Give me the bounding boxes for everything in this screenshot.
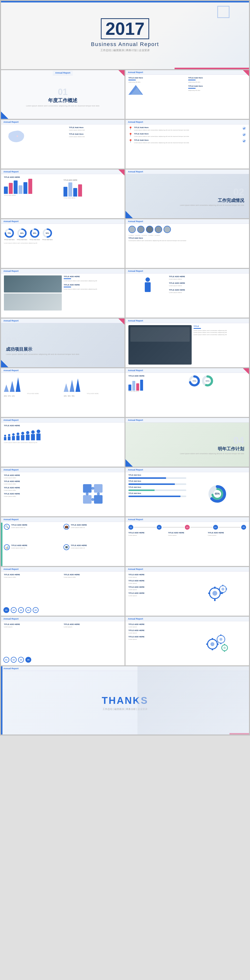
- slide-header: Annual Report: [125, 617, 249, 621]
- accent-line2: [188, 80, 196, 80]
- tri-stat-2: 57%: [8, 395, 11, 397]
- search-icon-4: 💻: [64, 544, 69, 550]
- search-icon-1: 🔍: [4, 524, 10, 530]
- dark-title: TITLE: [194, 325, 246, 327]
- bd-bar-4: [140, 380, 143, 391]
- pin-icon-3: 📍: [128, 139, 133, 143]
- ph-5: [21, 432, 24, 435]
- nav-desc-1: Lorem ipsum dolor: [4, 576, 62, 578]
- pb-4: [16, 436, 19, 440]
- gear-title-1: TITLE ADD HERE: [128, 574, 186, 576]
- checkmark-3: [242, 139, 246, 143]
- pb-2: [8, 436, 11, 440]
- nav2-dot-1[interactable]: 01: [3, 657, 9, 663]
- donut-desc: Lorem ipsum dolore sent consectetur adip…: [4, 242, 122, 244]
- svg-text:55%: 55%: [206, 380, 210, 382]
- cs-title-1: TITLE Add Here: [128, 474, 186, 476]
- pb-1: [4, 437, 6, 440]
- bar2-2: [68, 182, 72, 197]
- body3: adipiscing elit dolo: [188, 89, 246, 91]
- slide-nav-circles: Annual Report TITLE ADD HERE Lorem ipsum…: [1, 567, 125, 616]
- slide-bar-chart: Annual Report TITLE ADD HERE TITLE ADD H…: [1, 170, 125, 218]
- nc2-desc-2: Lorem ipsum: [64, 626, 122, 628]
- nav2-dot-4[interactable]: 05: [26, 657, 31, 663]
- section-03-slide: Annual Report 03 成功项目展示 Lorem ipsum dolo…: [1, 318, 125, 367]
- nc2-content: TITLE ADD HERE Lorem ipsum TITLE ADD HER…: [4, 623, 122, 628]
- nav2-dot-3[interactable]: 04: [18, 657, 24, 663]
- photo-circle-4: [155, 226, 162, 233]
- nav-dot-2[interactable]: 02: [11, 607, 17, 613]
- loc-label-3: Location: [141, 234, 147, 236]
- bar-title: TITLE ADD HERE: [4, 176, 122, 178]
- pb-8: [36, 433, 40, 440]
- person-title-2: TITLE ADD HERE: [169, 282, 246, 284]
- check-desc-2: Lorem ipsum dolore sent consectetur adip…: [134, 135, 189, 137]
- pb-3: [12, 436, 15, 440]
- section-04-content: 04 明年工作计划 Lorem ipsum dolore sent consec…: [180, 435, 244, 455]
- bar-donut-left: TITLE ADD HERE TITLE Add Here: [128, 375, 186, 414]
- person-desc-3: Lorem ipsum dolore: [169, 291, 246, 293]
- corner-tr-15: [243, 368, 249, 374]
- slide-gear-chart: Annual Report TITLE ADD HERE Lorem ipsum…: [125, 567, 249, 616]
- nav-dot-5[interactable]: 05: [33, 607, 38, 613]
- photo-body-1: Lorem ipsum dolore sent consectetur adip…: [64, 280, 122, 282]
- section-number: 01: [58, 87, 67, 97]
- gear-title-4: TITLE ADD HERE: [128, 592, 186, 594]
- donut-label-3: TITLE Add Here: [29, 239, 40, 240]
- gears-svg: [206, 582, 228, 604]
- slide-header: Annual Report: [53, 71, 73, 75]
- bar-4: [19, 185, 22, 194]
- corner-tr2: [119, 170, 125, 176]
- gear-title-2: TITLE ADD HERE: [128, 580, 186, 582]
- svg-rect-61: [206, 643, 208, 645]
- bd-title: TITLE ADD HERE: [128, 375, 186, 377]
- ph-2: [8, 434, 10, 436]
- svg-rect-49: [208, 593, 210, 594]
- slide-checklist: Annual Report 📍 TITLE Add Here Lorem ips…: [125, 120, 249, 169]
- nc2-title-2: TITLE ADD HERE: [64, 623, 122, 625]
- svg-point-5: [242, 127, 246, 130]
- thanks-slide: Annual Report THANKS 工作总结 | 融资路演 | 商务分析 …: [1, 666, 249, 735]
- section-desc-04: Lorem ipsum dolore sent consectetur adip…: [180, 453, 244, 455]
- bar-3: [14, 180, 18, 194]
- slide-header: Annual Report: [1, 120, 125, 124]
- avatar-body: [145, 282, 151, 292]
- slide-header: Annual Report: [1, 269, 125, 274]
- svg-marker-24: [70, 380, 74, 392]
- slide-header: Annual Report: [125, 120, 249, 124]
- svg-point-4: [19, 138, 20, 139]
- nav2-dot-2[interactable]: 02: [11, 657, 17, 663]
- svg-text:50%: 50%: [46, 232, 49, 234]
- nav-dot-1[interactable]: 01: [3, 607, 9, 613]
- nav-dot-4[interactable]: 04: [26, 607, 31, 613]
- search-icon-3: 📊: [4, 544, 10, 550]
- tri-2: [10, 377, 14, 392]
- nav-dot-3[interactable]: 03: [18, 607, 24, 613]
- dark-item-1: Lorem ipsum dolore sent consectetur adip…: [194, 329, 246, 331]
- svg-point-37: [86, 492, 89, 495]
- svg-rect-56: [226, 589, 227, 590]
- photo-title-1: TITLE ADD HERE: [64, 275, 122, 278]
- slide-header: Annual Report: [125, 318, 249, 323]
- nav-title-1: TITLE ADD HERE: [4, 574, 62, 576]
- slide-bar-donut: Annual Report TITLE ADD HERE TITLE Add H…: [125, 368, 249, 417]
- team-title: TITLE ADD HERE: [4, 425, 122, 427]
- fc-desc-2: Lorem ipsum: [168, 535, 207, 536]
- svg-marker-25: [75, 379, 80, 392]
- deco-square: [217, 6, 229, 18]
- person-desc-2: Lorem ipsum dolore: [169, 285, 246, 286]
- avatar-head: [146, 277, 150, 282]
- photo-text-right: TITLE ADD HERE Lorem ipsum dolore sent c…: [64, 275, 122, 315]
- svg-rect-69: [224, 644, 225, 645]
- puzzle-desc-1: Lorem ipsum dolor: [4, 477, 62, 479]
- gear-desc-4: Lorem ipsum: [128, 595, 186, 597]
- ph-1: [4, 435, 6, 437]
- slide-header: Annual Report: [1, 368, 125, 373]
- flow-content-1: TITLE ADD HERE Lorem ipsum: [128, 531, 167, 536]
- cs-fill-3: [128, 490, 155, 491]
- flow-step-5: 05: [241, 525, 246, 530]
- check-title-1: TITLE Add Here: [134, 126, 189, 129]
- si-desc-1: Lorem ipsum dolor sit: [11, 527, 27, 528]
- bg-photo-right: [138, 666, 249, 735]
- pin-item-1: 📍 TITLE Add Here Lorem ipsum dolore sent…: [128, 126, 246, 131]
